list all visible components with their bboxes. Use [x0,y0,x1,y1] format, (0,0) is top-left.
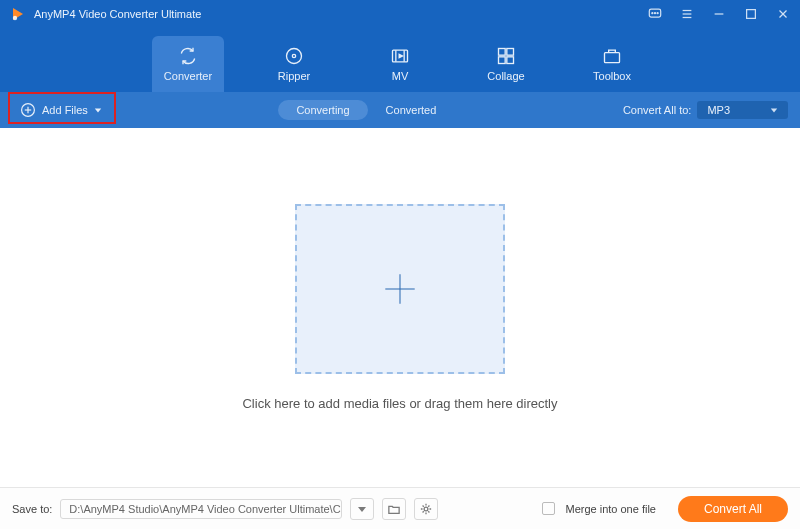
svg-point-3 [652,13,653,14]
save-to-label: Save to: [12,503,52,515]
tab-collage-label: Collage [487,70,524,82]
menu-icon[interactable] [680,7,694,21]
titlebar: AnyMP4 Video Converter Ultimate [0,0,800,28]
tab-ripper-label: Ripper [278,70,310,82]
svg-marker-31 [358,507,366,512]
svg-rect-22 [507,57,514,64]
app-title: AnyMP4 Video Converter Ultimate [34,8,201,20]
subtab-converting[interactable]: Converting [278,100,367,120]
svg-rect-23 [605,53,620,63]
close-button[interactable] [776,7,790,21]
output-format-select[interactable]: MP3 [697,101,788,119]
tab-toolbox[interactable]: Toolbox [576,36,648,92]
add-files-label: Add Files [42,104,88,116]
tab-converter[interactable]: Converter [152,36,224,92]
svg-point-32 [424,507,428,511]
subtab-converted[interactable]: Converted [368,100,455,120]
chevron-down-icon [356,503,368,515]
merge-checkbox[interactable] [542,502,555,515]
tab-ripper[interactable]: Ripper [258,36,330,92]
gear-icon [420,503,432,515]
tab-mv[interactable]: MV [364,36,436,92]
open-folder-button[interactable] [382,498,406,520]
save-path-dropdown[interactable] [350,498,374,520]
chevron-down-icon [94,106,102,114]
main-nav: Converter Ripper MV Collage Toolbox [0,28,800,92]
add-files-button[interactable]: Add Files [12,98,110,122]
tab-collage[interactable]: Collage [470,36,542,92]
tab-mv-label: MV [392,70,409,82]
footer-bar: Save to: D:\AnyMP4 Studio\AnyMP4 Video C… [0,487,800,529]
minimize-button[interactable] [712,7,726,21]
svg-point-5 [657,13,658,14]
svg-rect-10 [747,10,756,19]
chevron-down-icon [770,106,778,114]
settings-button[interactable] [414,498,438,520]
svg-marker-27 [95,108,101,112]
convert-all-button[interactable]: Convert All [678,496,788,522]
sub-toolbar: Add Files Converting Converted Convert A… [0,92,800,128]
svg-point-1 [13,16,17,20]
output-format-value: MP3 [707,104,730,116]
tab-toolbox-label: Toolbox [593,70,631,82]
convert-all-to-label: Convert All to: [623,104,691,116]
tab-converter-label: Converter [164,70,212,82]
save-path-field[interactable]: D:\AnyMP4 Studio\AnyMP4 Video Converter … [60,499,342,519]
svg-point-14 [292,54,295,57]
feedback-icon[interactable] [648,7,662,21]
plus-icon [379,268,421,310]
app-logo-icon [10,6,26,22]
svg-rect-21 [499,57,506,64]
plus-circle-icon [20,102,36,118]
svg-marker-18 [399,54,402,57]
maximize-button[interactable] [744,7,758,21]
svg-rect-20 [507,49,514,56]
folder-icon [388,503,400,515]
add-files-dropzone[interactable] [295,204,505,374]
merge-label: Merge into one file [565,503,656,515]
svg-rect-19 [499,49,506,56]
svg-point-13 [287,49,302,64]
dropzone-hint: Click here to add media files or drag th… [242,396,557,411]
main-content: Click here to add media files or drag th… [0,128,800,487]
svg-point-4 [654,13,655,14]
svg-marker-28 [771,108,777,112]
